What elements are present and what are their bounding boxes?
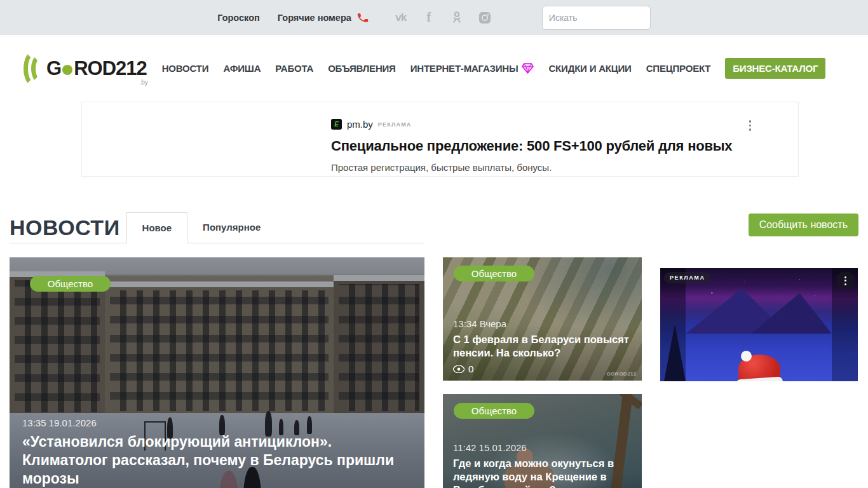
submit-news-button[interactable]: Сообщить новость (749, 214, 858, 236)
instagram-icon[interactable] (477, 10, 492, 25)
section-title: НОВОСТИ (10, 215, 120, 240)
advertiser-logo-icon: Е (331, 119, 342, 130)
advertiser-name: pm.by (347, 119, 373, 130)
article-title[interactable]: Где и когда можно окунуться в ледяную во… (453, 457, 632, 488)
nav-item-afisha[interactable]: АФИША (223, 63, 261, 74)
article-card-pensions[interactable]: Общество 13:34 Вчера С 1 февраля в Белар… (443, 257, 642, 381)
ad-options-kebab-icon[interactable] (748, 119, 753, 132)
side-ad-banner[interactable]: РЕКЛАМА (660, 268, 858, 381)
nav-item-discounts[interactable]: СКИДКИ И АКЦИИ (548, 63, 631, 74)
nav-item-classifieds[interactable]: ОБЪЯВЛЕНИЯ (328, 63, 396, 74)
topbar-link-horoscope[interactable]: Гороскоп (217, 13, 260, 23)
ad-options-kebab-icon[interactable] (836, 271, 855, 290)
odnoklassniki-icon[interactable] (449, 10, 465, 25)
ad-banner-image-area (82, 102, 331, 176)
logo-text: GROD212 .by (46, 57, 147, 80)
article-title[interactable]: «Установился блокирующий антициклон». Кл… (22, 433, 412, 488)
search-input[interactable] (542, 6, 651, 30)
article-timestamp: 11:42 15.01.2026 (453, 442, 632, 453)
phone-icon (356, 10, 370, 25)
topbar: Гороскоп Горячие номера vk f (0, 0, 868, 35)
article-card-main[interactable]: Общество 13:35 19.01.2026 «Установился б… (10, 257, 424, 488)
nav-item-online-stores[interactable]: ИНТЕРНЕТ-МАГАЗИНЫ (410, 63, 519, 74)
nav-item-news[interactable]: НОВОСТИ (162, 63, 209, 74)
nav-item-jobs[interactable]: РАБОТА (275, 63, 313, 74)
category-badge[interactable]: Общество (454, 403, 534, 419)
main-navigation: НОВОСТИ АФИША РАБОТА ОБЪЯВЛЕНИЯ ИНТЕРНЕТ… (162, 58, 826, 79)
ad-label: РЕКЛАМА (664, 272, 711, 283)
tab-popular[interactable]: Популярное (187, 212, 276, 243)
facebook-icon[interactable]: f (421, 10, 437, 25)
ad-title[interactable]: Специальное предложение: 500 FS+100 рубл… (331, 138, 732, 154)
santa-hat (736, 355, 783, 381)
nav-item-special-project[interactable]: СПЕЦПРОЕКТ (646, 63, 711, 74)
article-timestamp: 13:35 19.01.2026 (22, 417, 412, 428)
category-badge[interactable]: Общество (30, 276, 111, 292)
ad-label: РЕКЛАМА (378, 121, 412, 128)
ad-description: Простая регистрация, быстрые выплаты, бо… (331, 162, 732, 173)
article-card-epiphany[interactable]: Общество 11:42 15.01.2026 Где и когда мо… (443, 394, 642, 488)
views-eye-icon (453, 365, 465, 373)
article-title[interactable]: С 1 февраля в Беларуси повысят пенсии. Н… (453, 333, 632, 360)
top-ad-banner[interactable]: Е pm.by РЕКЛАМА Специальное предложение:… (81, 102, 799, 177)
photo-watermark: GOROD212 (606, 371, 637, 377)
logo-domain-suffix: .by (139, 79, 147, 86)
article-timestamp: 13:34 Вчера (453, 318, 632, 329)
site-logo[interactable]: GROD212 .by (24, 50, 147, 87)
logo-dot (62, 65, 72, 75)
social-links: vk f (393, 10, 492, 25)
topbar-link-hotlines[interactable]: Горячие номера (278, 13, 351, 23)
vk-icon[interactable]: vk (393, 10, 409, 25)
business-catalog-button[interactable]: БИЗНЕС-КАТАЛОГ (725, 58, 825, 79)
site-header: GROD212 .by НОВОСТИ АФИША РАБОТА ОБЪЯВЛЕ… (0, 35, 868, 102)
gem-icon (522, 63, 534, 74)
category-badge[interactable]: Общество (454, 266, 534, 281)
views-count: 0 (468, 363, 473, 374)
tab-new[interactable]: Новое (126, 212, 188, 243)
news-section: НОВОСТИ Новое Популярное Сообщить новост… (10, 212, 858, 488)
